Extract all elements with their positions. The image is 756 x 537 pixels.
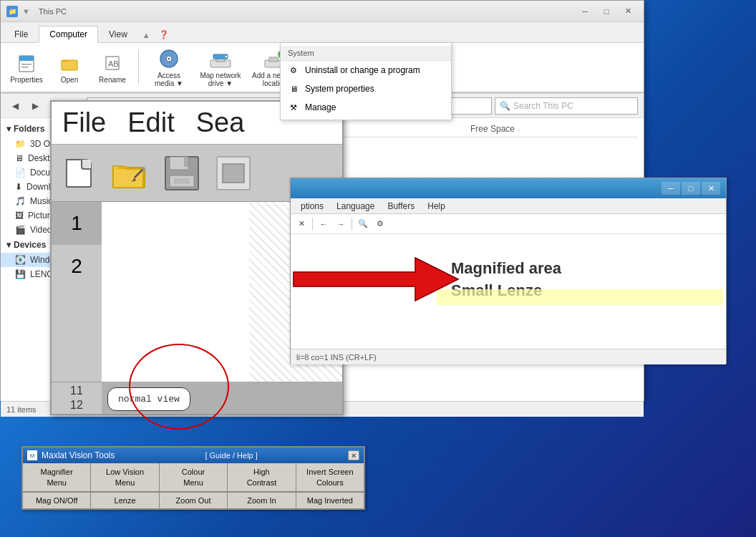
search-placeholder: Search This PC (513, 101, 573, 111)
mag-lower-area: 11 12 normal view (52, 382, 342, 414)
back-button[interactable]: ◀ (6, 97, 24, 115)
speech-bubble: normal view (107, 387, 190, 411)
explorer-title: This PC (39, 7, 67, 16)
new-file-shape (66, 159, 92, 188)
svg-rect-15 (269, 57, 278, 62)
notepad-toolbar: ✕ ← → 🔍 ⚙ (291, 214, 726, 234)
np-undo-btn[interactable]: ← (316, 216, 331, 232)
forward-button[interactable]: ▶ (26, 97, 44, 115)
notepad-menu-help[interactable]: Help (422, 200, 451, 213)
open-button[interactable]: Open (49, 46, 89, 89)
rename-button[interactable]: AB Rename (92, 46, 132, 89)
close-button[interactable]: ✕ (618, 4, 638, 19)
line-num-12: 12 (52, 398, 102, 412)
manage-item[interactable]: ⚒ Manage (281, 98, 451, 117)
mag-new-file-icon[interactable] (59, 153, 99, 193)
uninstall-item[interactable]: ⚙ Uninstall or change a program (281, 61, 451, 79)
open-label: Open (61, 76, 78, 84)
vision-guide-label: [ Guide / Help ] (205, 451, 257, 460)
desktop-folder-icon: 🖥 (15, 153, 24, 163)
uninstall-icon: ⚙ (288, 64, 299, 76)
ribbon-help[interactable]: ❓ (155, 27, 173, 42)
low-vision-menu-button[interactable]: Low Vision Menu (91, 463, 159, 491)
system-props-item[interactable]: 🖥 System properties (281, 79, 451, 98)
vision-toolbar: M Maxlat Vision Tools [ Guide / Help ] ✕… (21, 446, 365, 510)
minimize-button[interactable]: ─ (575, 4, 595, 19)
item-count: 11 items (6, 405, 37, 414)
mag-inverted-button[interactable]: Mag Inverted (296, 492, 364, 508)
devices-chevron: ▾ (6, 240, 11, 250)
svg-point-9 (168, 58, 170, 60)
invert-screen-colours-button[interactable]: Invert Screen Colours (296, 463, 364, 491)
mag-open-folder-icon[interactable] (110, 153, 150, 193)
rename-icon: AB (101, 52, 124, 74)
vision-title-left: M Maxlat Vision Tools (27, 450, 115, 460)
mag-overflow-numbers: 11 12 (52, 382, 102, 414)
drive-c-icon: 💽 (15, 255, 26, 265)
drive-d-icon: 💾 (15, 269, 26, 279)
notepad-menu-options[interactable]: ptions (295, 200, 329, 213)
np-sep-2 (352, 218, 352, 231)
notepad-titlebar: ─ □ ✕ (291, 178, 726, 198)
high-contrast-button[interactable]: High Contrast (228, 463, 296, 491)
svg-rect-3 (21, 67, 29, 68)
np-search-btn[interactable]: 🔍 (355, 216, 371, 232)
ribbon-expand[interactable]: ▲ (138, 28, 155, 42)
tab-computer[interactable]: Computer (39, 26, 98, 43)
system-props-icon: 🖥 (288, 83, 299, 95)
explorer-window-icon: 📁 (6, 6, 18, 17)
notepad-menu-buffers[interactable]: Buffers (382, 200, 420, 213)
properties-icon (15, 52, 38, 74)
colour-menu-button[interactable]: Colour Menu (160, 463, 228, 491)
notepad-menubar: ptions Language Buffers Help (291, 198, 726, 214)
magnifier-menu-button[interactable]: Magnifier Menu (23, 463, 91, 491)
mag-fourth-icon[interactable] (213, 153, 253, 193)
access-media-label: Access media ▼ (155, 72, 183, 87)
svg-rect-34 (223, 164, 244, 183)
free-space-column-header: Free Space (470, 124, 638, 134)
search-icon: 🔍 (500, 101, 510, 111)
vision-title-text: Maxlat Vision Tools (42, 450, 115, 460)
ribbon-sep-1 (138, 49, 139, 85)
search-bar[interactable]: 🔍 Search This PC (495, 97, 638, 115)
svg-rect-32 (174, 178, 190, 184)
magnified-area-line1: Magnified area (451, 258, 561, 280)
svg-rect-2 (21, 64, 32, 65)
zoom-out-button[interactable]: Zoom Out (160, 492, 228, 508)
access-media-button[interactable]: Access media ▼ (145, 46, 193, 89)
mag-line-numbers: 1 2 (52, 202, 102, 382)
svg-rect-30 (184, 157, 188, 167)
vision-menu-row: Magnifier Menu Low Vision Menu Colour Me… (23, 463, 364, 492)
mag-on-off-button[interactable]: Mag ON/Off (23, 492, 91, 508)
mag-file-menu[interactable]: File (62, 107, 106, 138)
tab-view[interactable]: View (98, 26, 138, 42)
svg-rect-1 (19, 56, 34, 61)
notepad-minimize-button[interactable]: ─ (662, 182, 680, 195)
map-network-button[interactable]: Map network drive ▼ (196, 46, 245, 89)
line-num-2: 2 (52, 245, 102, 288)
tab-file[interactable]: File (4, 26, 39, 42)
zoom-in-button[interactable]: Zoom In (228, 492, 296, 508)
lenze-button[interactable]: Lenze (91, 492, 159, 508)
system-panel: System ⚙ Uninstall or change a program 🖥… (280, 42, 452, 120)
vision-close-button[interactable]: ✕ (348, 450, 359, 460)
svg-text:AB: AB (108, 59, 119, 68)
mag-sea-menu[interactable]: Sea (196, 107, 245, 138)
properties-button[interactable]: Properties (6, 46, 47, 89)
line-num-1: 1 (52, 202, 102, 245)
np-close-btn[interactable]: ✕ (294, 216, 309, 232)
manage-icon: ⚒ (288, 102, 299, 113)
notepad-menu-language[interactable]: Language (331, 200, 380, 213)
maximize-button[interactable]: □ (596, 4, 616, 19)
normal-view-text: normal view (118, 394, 180, 405)
mag-edit-menu[interactable]: Edit (127, 107, 174, 138)
videos-icon: 🎬 (15, 225, 26, 235)
notepad-maximize-button[interactable]: □ (682, 182, 700, 195)
np-settings-btn[interactable]: ⚙ (372, 216, 388, 232)
map-network-label: Map network drive ▼ (200, 72, 241, 87)
notepad-close-button[interactable]: ✕ (702, 182, 720, 195)
mag-save-icon[interactable] (162, 153, 202, 193)
pictures-icon: 🖼 (15, 211, 24, 221)
folders-chevron: ▾ (6, 124, 11, 134)
np-redo-btn[interactable]: → (333, 216, 349, 232)
